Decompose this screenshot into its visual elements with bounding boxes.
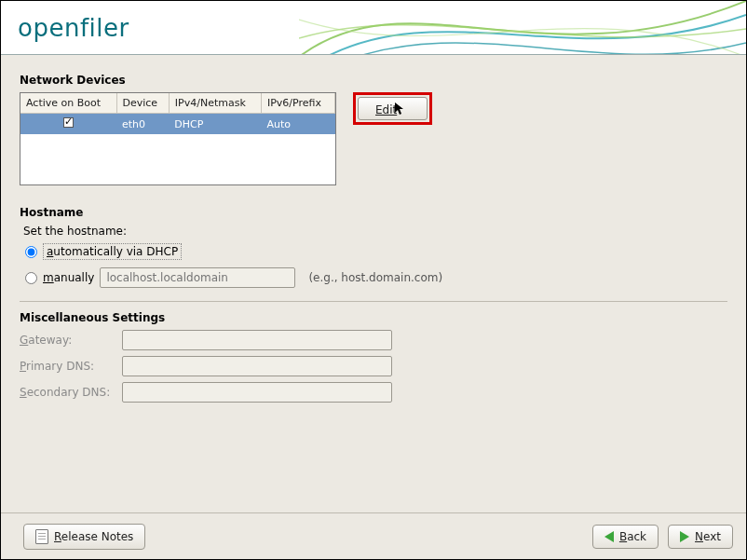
hostname-prompt: Set the hostname:: [23, 225, 727, 238]
brand-logo: openfiler: [18, 14, 129, 42]
edit-button-highlight: Edit: [353, 92, 432, 125]
hostname-title: Hostname: [20, 206, 727, 219]
hostname-manual-input[interactable]: [100, 267, 295, 288]
secondary-dns-input[interactable]: [122, 382, 392, 403]
edit-button-label: Edit: [375, 103, 397, 116]
gateway-label: Gateway:: [20, 334, 122, 347]
divider: [20, 301, 727, 302]
primary-dns-input[interactable]: [122, 356, 392, 376]
header: openfiler: [1, 1, 746, 55]
document-icon: [35, 529, 48, 544]
radio-auto-dhcp[interactable]: [25, 246, 37, 258]
release-notes-button[interactable]: Release Notes: [23, 524, 145, 550]
cell-device: eth0: [116, 114, 169, 135]
arrow-right-icon: [680, 531, 689, 542]
cell-ipv6: Auto: [261, 114, 334, 135]
secondary-dns-label: Secondary DNS:: [20, 386, 122, 399]
gateway-input[interactable]: [122, 330, 392, 350]
col-device[interactable]: Device: [116, 93, 169, 114]
installer-window: openfiler Network Devices Active on Boot…: [0, 0, 747, 560]
misc-title: Miscellaneous Settings: [20, 311, 727, 324]
back-button[interactable]: Back: [592, 525, 659, 549]
network-devices-title: Network Devices: [20, 74, 727, 87]
radio-manual[interactable]: [25, 272, 37, 284]
col-ipv4[interactable]: IPv4/Netmask: [169, 93, 261, 114]
footer: Release Notes Back Next: [1, 512, 746, 559]
checkbox-checked-icon: [63, 117, 74, 128]
content-area: Network Devices Active on Boot Device IP…: [1, 55, 746, 512]
cell-ipv4: DHCP: [169, 114, 261, 135]
next-button[interactable]: Next: [668, 525, 733, 549]
edit-button[interactable]: Edit: [358, 97, 428, 120]
cursor-icon: [395, 102, 404, 118]
decorative-swirls: [299, 1, 746, 55]
cell-active[interactable]: [20, 114, 116, 135]
col-active[interactable]: Active on Boot: [20, 93, 116, 114]
radio-auto-label[interactable]: automatically via DHCP: [43, 243, 182, 260]
radio-manual-label[interactable]: manually: [43, 271, 94, 284]
table-row[interactable]: eth0 DHCP Auto: [20, 114, 335, 135]
primary-dns-label: Primary DNS:: [20, 360, 122, 373]
network-devices-table[interactable]: Active on Boot Device IPv4/Netmask IPv6/…: [20, 92, 336, 185]
brand-text: openfiler: [18, 14, 129, 42]
hostname-hint: (e.g., host.domain.com): [308, 271, 442, 284]
arrow-left-icon: [604, 531, 614, 542]
col-ipv6[interactable]: IPv6/Prefix: [261, 93, 334, 114]
